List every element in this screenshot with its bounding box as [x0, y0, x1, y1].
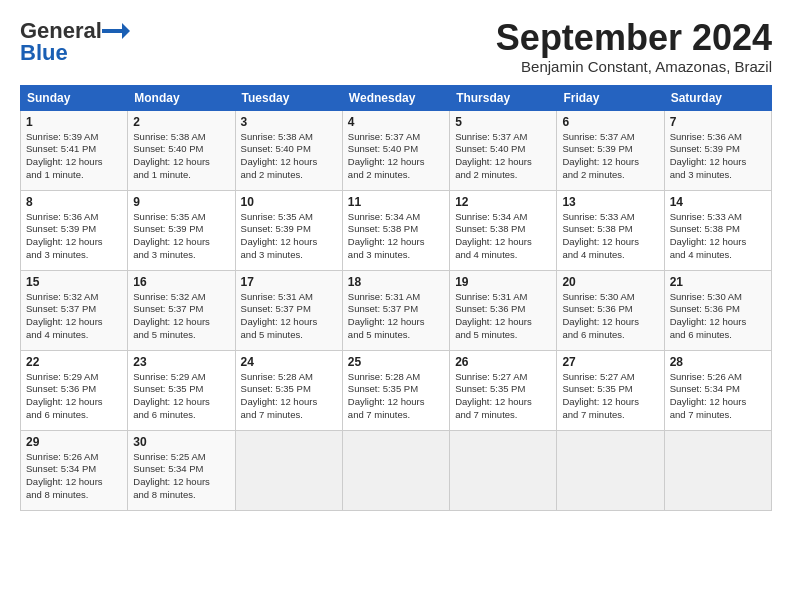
day-info: Sunrise: 5:35 AM Sunset: 5:39 PM Dayligh… — [133, 211, 229, 262]
header: General Blue September 2024 Benjamin Con… — [20, 18, 772, 75]
day-number: 10 — [241, 195, 337, 209]
col-monday: Monday — [128, 85, 235, 110]
day-number: 25 — [348, 355, 444, 369]
day-info: Sunrise: 5:26 AM Sunset: 5:34 PM Dayligh… — [26, 451, 122, 502]
calendar-cell: 3Sunrise: 5:38 AM Sunset: 5:40 PM Daylig… — [235, 110, 342, 190]
day-info: Sunrise: 5:29 AM Sunset: 5:35 PM Dayligh… — [133, 371, 229, 422]
calendar-cell: 29Sunrise: 5:26 AM Sunset: 5:34 PM Dayli… — [21, 430, 128, 510]
day-number: 29 — [26, 435, 122, 449]
col-tuesday: Tuesday — [235, 85, 342, 110]
subtitle: Benjamin Constant, Amazonas, Brazil — [496, 58, 772, 75]
day-info: Sunrise: 5:30 AM Sunset: 5:36 PM Dayligh… — [562, 291, 658, 342]
calendar-cell: 11Sunrise: 5:34 AM Sunset: 5:38 PM Dayli… — [342, 190, 449, 270]
day-number: 6 — [562, 115, 658, 129]
day-info: Sunrise: 5:32 AM Sunset: 5:37 PM Dayligh… — [26, 291, 122, 342]
calendar-cell: 16Sunrise: 5:32 AM Sunset: 5:37 PM Dayli… — [128, 270, 235, 350]
col-sunday: Sunday — [21, 85, 128, 110]
calendar-cell: 4Sunrise: 5:37 AM Sunset: 5:40 PM Daylig… — [342, 110, 449, 190]
day-info: Sunrise: 5:26 AM Sunset: 5:34 PM Dayligh… — [670, 371, 766, 422]
day-number: 15 — [26, 275, 122, 289]
day-info: Sunrise: 5:29 AM Sunset: 5:36 PM Dayligh… — [26, 371, 122, 422]
calendar-cell — [557, 430, 664, 510]
logo: General Blue — [20, 18, 130, 66]
col-wednesday: Wednesday — [342, 85, 449, 110]
page: General Blue September 2024 Benjamin Con… — [0, 0, 792, 612]
calendar-cell: 15Sunrise: 5:32 AM Sunset: 5:37 PM Dayli… — [21, 270, 128, 350]
day-number: 9 — [133, 195, 229, 209]
calendar-cell: 26Sunrise: 5:27 AM Sunset: 5:35 PM Dayli… — [450, 350, 557, 430]
day-number: 7 — [670, 115, 766, 129]
day-number: 12 — [455, 195, 551, 209]
week-row-4: 22Sunrise: 5:29 AM Sunset: 5:36 PM Dayli… — [21, 350, 772, 430]
day-number: 14 — [670, 195, 766, 209]
day-info: Sunrise: 5:31 AM Sunset: 5:37 PM Dayligh… — [241, 291, 337, 342]
day-info: Sunrise: 5:38 AM Sunset: 5:40 PM Dayligh… — [133, 131, 229, 182]
day-number: 8 — [26, 195, 122, 209]
day-info: Sunrise: 5:38 AM Sunset: 5:40 PM Dayligh… — [241, 131, 337, 182]
day-number: 3 — [241, 115, 337, 129]
calendar-cell: 30Sunrise: 5:25 AM Sunset: 5:34 PM Dayli… — [128, 430, 235, 510]
logo-arrow-icon — [102, 21, 130, 41]
day-number: 18 — [348, 275, 444, 289]
day-number: 27 — [562, 355, 658, 369]
day-number: 26 — [455, 355, 551, 369]
day-info: Sunrise: 5:27 AM Sunset: 5:35 PM Dayligh… — [455, 371, 551, 422]
col-saturday: Saturday — [664, 85, 771, 110]
day-number: 24 — [241, 355, 337, 369]
day-info: Sunrise: 5:39 AM Sunset: 5:41 PM Dayligh… — [26, 131, 122, 182]
calendar-cell — [235, 430, 342, 510]
day-info: Sunrise: 5:36 AM Sunset: 5:39 PM Dayligh… — [26, 211, 122, 262]
day-number: 16 — [133, 275, 229, 289]
calendar-cell: 18Sunrise: 5:31 AM Sunset: 5:37 PM Dayli… — [342, 270, 449, 350]
calendar-cell: 13Sunrise: 5:33 AM Sunset: 5:38 PM Dayli… — [557, 190, 664, 270]
day-info: Sunrise: 5:30 AM Sunset: 5:36 PM Dayligh… — [670, 291, 766, 342]
calendar-cell — [342, 430, 449, 510]
day-info: Sunrise: 5:36 AM Sunset: 5:39 PM Dayligh… — [670, 131, 766, 182]
calendar-cell: 1Sunrise: 5:39 AM Sunset: 5:41 PM Daylig… — [21, 110, 128, 190]
week-row-5: 29Sunrise: 5:26 AM Sunset: 5:34 PM Dayli… — [21, 430, 772, 510]
calendar-cell: 7Sunrise: 5:36 AM Sunset: 5:39 PM Daylig… — [664, 110, 771, 190]
calendar-cell — [664, 430, 771, 510]
calendar-cell: 12Sunrise: 5:34 AM Sunset: 5:38 PM Dayli… — [450, 190, 557, 270]
calendar-cell: 23Sunrise: 5:29 AM Sunset: 5:35 PM Dayli… — [128, 350, 235, 430]
calendar-cell: 20Sunrise: 5:30 AM Sunset: 5:36 PM Dayli… — [557, 270, 664, 350]
calendar-cell: 25Sunrise: 5:28 AM Sunset: 5:35 PM Dayli… — [342, 350, 449, 430]
day-number: 17 — [241, 275, 337, 289]
calendar-cell: 28Sunrise: 5:26 AM Sunset: 5:34 PM Dayli… — [664, 350, 771, 430]
day-info: Sunrise: 5:33 AM Sunset: 5:38 PM Dayligh… — [670, 211, 766, 262]
day-number: 11 — [348, 195, 444, 209]
day-number: 20 — [562, 275, 658, 289]
day-info: Sunrise: 5:33 AM Sunset: 5:38 PM Dayligh… — [562, 211, 658, 262]
day-number: 4 — [348, 115, 444, 129]
week-row-3: 15Sunrise: 5:32 AM Sunset: 5:37 PM Dayli… — [21, 270, 772, 350]
day-number: 23 — [133, 355, 229, 369]
col-friday: Friday — [557, 85, 664, 110]
calendar-cell: 14Sunrise: 5:33 AM Sunset: 5:38 PM Dayli… — [664, 190, 771, 270]
svg-marker-0 — [102, 23, 130, 39]
calendar-cell: 22Sunrise: 5:29 AM Sunset: 5:36 PM Dayli… — [21, 350, 128, 430]
day-info: Sunrise: 5:35 AM Sunset: 5:39 PM Dayligh… — [241, 211, 337, 262]
calendar-cell: 9Sunrise: 5:35 AM Sunset: 5:39 PM Daylig… — [128, 190, 235, 270]
day-info: Sunrise: 5:32 AM Sunset: 5:37 PM Dayligh… — [133, 291, 229, 342]
day-info: Sunrise: 5:27 AM Sunset: 5:35 PM Dayligh… — [562, 371, 658, 422]
calendar-cell: 5Sunrise: 5:37 AM Sunset: 5:40 PM Daylig… — [450, 110, 557, 190]
title-area: September 2024 Benjamin Constant, Amazon… — [496, 18, 772, 75]
day-number: 5 — [455, 115, 551, 129]
day-number: 19 — [455, 275, 551, 289]
week-row-2: 8Sunrise: 5:36 AM Sunset: 5:39 PM Daylig… — [21, 190, 772, 270]
day-number: 30 — [133, 435, 229, 449]
header-row: Sunday Monday Tuesday Wednesday Thursday… — [21, 85, 772, 110]
day-info: Sunrise: 5:25 AM Sunset: 5:34 PM Dayligh… — [133, 451, 229, 502]
calendar-cell: 6Sunrise: 5:37 AM Sunset: 5:39 PM Daylig… — [557, 110, 664, 190]
day-number: 22 — [26, 355, 122, 369]
day-number: 28 — [670, 355, 766, 369]
day-info: Sunrise: 5:37 AM Sunset: 5:40 PM Dayligh… — [348, 131, 444, 182]
calendar-cell: 8Sunrise: 5:36 AM Sunset: 5:39 PM Daylig… — [21, 190, 128, 270]
day-info: Sunrise: 5:28 AM Sunset: 5:35 PM Dayligh… — [241, 371, 337, 422]
day-info: Sunrise: 5:34 AM Sunset: 5:38 PM Dayligh… — [455, 211, 551, 262]
calendar-cell — [450, 430, 557, 510]
calendar-table: Sunday Monday Tuesday Wednesday Thursday… — [20, 85, 772, 511]
day-info: Sunrise: 5:37 AM Sunset: 5:39 PM Dayligh… — [562, 131, 658, 182]
day-number: 1 — [26, 115, 122, 129]
month-title: September 2024 — [496, 18, 772, 58]
